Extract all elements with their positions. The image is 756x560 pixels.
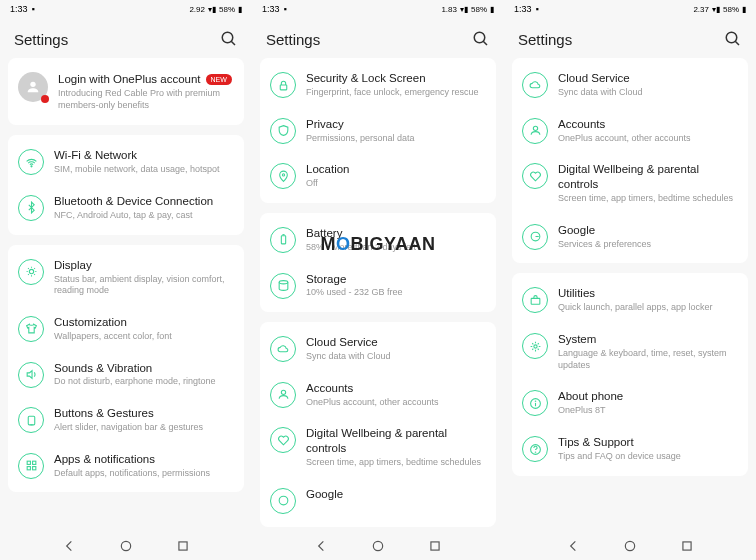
back-button[interactable] bbox=[566, 539, 580, 553]
svg-point-32 bbox=[535, 401, 536, 402]
svg-rect-7 bbox=[27, 461, 30, 464]
notif-icon: ▪ bbox=[32, 4, 35, 14]
storage-icon bbox=[270, 273, 296, 299]
help-icon bbox=[522, 436, 548, 462]
svg-rect-10 bbox=[32, 467, 35, 470]
svg-rect-5 bbox=[28, 416, 35, 425]
battery-pct: 58% bbox=[219, 5, 235, 14]
item-wellbeing[interactable]: Digital Wellbeing & parental controlsScr… bbox=[260, 417, 496, 478]
status-bar: 1:33▪ 2.92▾▮58%▮ bbox=[0, 0, 252, 18]
page-title: Settings bbox=[266, 31, 320, 48]
battery-icon bbox=[270, 227, 296, 253]
item-cloud[interactable]: Cloud ServiceSync data with Cloud bbox=[512, 62, 748, 108]
svg-rect-15 bbox=[280, 84, 287, 89]
svg-point-19 bbox=[279, 281, 288, 284]
item-system[interactable]: SystemLanguage & keyboard, time, reset, … bbox=[512, 323, 748, 380]
gear-icon bbox=[522, 333, 548, 359]
svg-rect-28 bbox=[531, 298, 540, 304]
shield-icon bbox=[270, 118, 296, 144]
avatar bbox=[18, 72, 48, 102]
svg-point-34 bbox=[535, 451, 536, 452]
svg-point-13 bbox=[474, 32, 485, 43]
back-button[interactable] bbox=[62, 539, 76, 553]
bluetooth-icon bbox=[18, 195, 44, 221]
item-tips[interactable]: Tips & SupportTips and FAQ on device usa… bbox=[512, 426, 748, 472]
login-card[interactable]: Login with OnePlus accountNEW Introducin… bbox=[8, 58, 244, 125]
svg-point-35 bbox=[625, 541, 634, 550]
tshirt-icon bbox=[18, 316, 44, 342]
svg-rect-8 bbox=[32, 461, 35, 464]
svg-point-4 bbox=[29, 269, 33, 273]
item-accounts[interactable]: AccountsOnePlus account, other accounts bbox=[512, 108, 748, 154]
home-button[interactable] bbox=[119, 539, 133, 553]
item-security[interactable]: Security & Lock ScreenFingerprint, face … bbox=[260, 62, 496, 108]
display-icon bbox=[18, 259, 44, 285]
phone-2: 1:33▪ 1.83▾▮58%▮ Settings Security & Loc… bbox=[252, 0, 504, 560]
notification-dot bbox=[41, 95, 49, 103]
svg-line-1 bbox=[231, 41, 235, 45]
item-wifi[interactable]: Wi-Fi & NetworkSIM, mobile network, data… bbox=[8, 139, 244, 185]
svg-point-24 bbox=[726, 32, 737, 43]
item-google[interactable]: GoogleServices & preferences bbox=[512, 214, 748, 260]
phone-1: 1:33▪ 2.92▾▮58%▮ Settings Login with One… bbox=[0, 0, 252, 560]
item-display[interactable]: DisplayStatus bar, ambient display, visi… bbox=[8, 249, 244, 306]
phone-3: 1:33▪ 2.37▾▮58%▮ Settings Cloud ServiceS… bbox=[504, 0, 756, 560]
location-icon bbox=[270, 163, 296, 189]
login-title: Login with OnePlus account bbox=[58, 72, 201, 87]
item-about[interactable]: About phoneOnePlus 8T bbox=[512, 380, 748, 426]
wifi-icon: ▾▮ bbox=[208, 5, 216, 14]
item-sounds[interactable]: Sounds & VibrationDo not disturb, earpho… bbox=[8, 352, 244, 398]
toolbox-icon bbox=[522, 287, 548, 313]
svg-point-3 bbox=[30, 166, 31, 167]
heart-icon bbox=[270, 427, 296, 453]
home-button[interactable] bbox=[371, 539, 385, 553]
svg-rect-17 bbox=[281, 236, 285, 244]
item-privacy[interactable]: PrivacyPermissions, personal data bbox=[260, 108, 496, 154]
back-button[interactable] bbox=[314, 539, 328, 553]
item-utilities[interactable]: UtilitiesQuick launch, parallel apps, ap… bbox=[512, 277, 748, 323]
item-storage[interactable]: Storage10% used - 232 GB free bbox=[260, 263, 496, 309]
account-icon bbox=[522, 118, 548, 144]
svg-rect-12 bbox=[179, 542, 187, 550]
info-icon bbox=[522, 390, 548, 416]
nav-bar bbox=[504, 532, 756, 560]
svg-point-22 bbox=[373, 541, 382, 550]
item-cloud[interactable]: Cloud ServiceSync data with Cloud bbox=[260, 326, 496, 372]
gestures-icon bbox=[18, 407, 44, 433]
page-title: Settings bbox=[518, 31, 572, 48]
nav-bar bbox=[252, 532, 504, 560]
item-customization[interactable]: CustomizationWallpapers, accent color, f… bbox=[8, 306, 244, 352]
item-bluetooth[interactable]: Bluetooth & Device ConnectionNFC, Androi… bbox=[8, 185, 244, 231]
recent-button[interactable] bbox=[428, 539, 442, 553]
svg-point-2 bbox=[30, 82, 35, 87]
nav-bar bbox=[0, 532, 252, 560]
svg-point-20 bbox=[281, 390, 285, 394]
svg-point-21 bbox=[279, 497, 288, 506]
settings-header: Settings bbox=[252, 18, 504, 58]
svg-rect-9 bbox=[27, 467, 30, 470]
search-icon[interactable] bbox=[220, 30, 238, 48]
lock-icon bbox=[270, 72, 296, 98]
recent-button[interactable] bbox=[176, 539, 190, 553]
login-sub: Introducing Red Cable Pro with premium m… bbox=[58, 88, 234, 111]
cloud-icon bbox=[522, 72, 548, 98]
item-buttons[interactable]: Buttons & GesturesAlert slider, navigati… bbox=[8, 397, 244, 443]
home-button[interactable] bbox=[623, 539, 637, 553]
item-battery[interactable]: Battery58% - More than 2 days left bbox=[260, 217, 496, 263]
item-apps[interactable]: Apps & notificationsDefault apps, notifi… bbox=[8, 443, 244, 489]
svg-point-16 bbox=[282, 174, 284, 176]
item-wellbeing[interactable]: Digital Wellbeing & parental controlsScr… bbox=[512, 153, 748, 214]
search-icon[interactable] bbox=[724, 30, 742, 48]
svg-line-14 bbox=[483, 41, 487, 45]
item-accounts[interactable]: AccountsOnePlus account, other accounts bbox=[260, 372, 496, 418]
apps-icon bbox=[18, 453, 44, 479]
item-google[interactable]: Google bbox=[260, 478, 496, 523]
search-icon[interactable] bbox=[472, 30, 490, 48]
svg-point-29 bbox=[533, 344, 536, 347]
item-location[interactable]: LocationOff bbox=[260, 153, 496, 199]
cloud-icon bbox=[270, 336, 296, 362]
status-bar: 1:33▪ 1.83▾▮58%▮ bbox=[252, 0, 504, 18]
wifi-icon bbox=[18, 149, 44, 175]
recent-button[interactable] bbox=[680, 539, 694, 553]
sound-icon bbox=[18, 362, 44, 388]
